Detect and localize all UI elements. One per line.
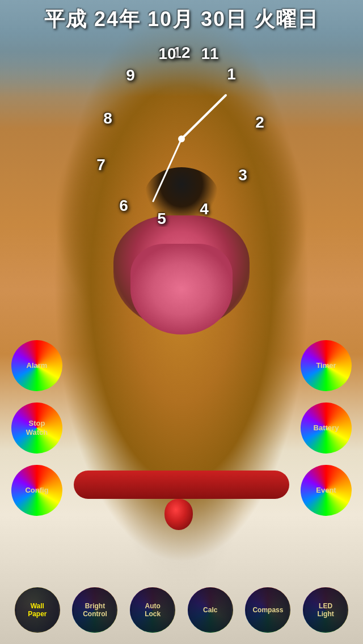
- minute-hand: [153, 139, 182, 201]
- compass-button[interactable]: Compass: [245, 587, 290, 633]
- svg-text:1: 1: [227, 65, 236, 83]
- svg-text:3: 3: [238, 166, 247, 184]
- date-header: 平成 24年 10月 30日 火曜日: [0, 6, 363, 33]
- svg-text:8: 8: [103, 109, 112, 127]
- clock-center: [178, 135, 185, 142]
- svg-text:4: 4: [200, 200, 209, 218]
- dog-tongue: [130, 244, 233, 334]
- hour-hand: [182, 95, 226, 139]
- svg-text:10: 10: [158, 45, 176, 62]
- svg-text:5: 5: [157, 210, 166, 227]
- dog-bell: [164, 499, 193, 530]
- config-button[interactable]: Config: [11, 465, 62, 516]
- led-light-button[interactable]: LEDLight: [303, 587, 348, 633]
- event-button[interactable]: Event: [301, 465, 352, 516]
- bright-control-button[interactable]: BrightControl: [72, 587, 117, 633]
- svg-text:7: 7: [96, 156, 105, 173]
- svg-text:2: 2: [255, 113, 264, 131]
- svg-text:9: 9: [126, 66, 135, 84]
- wallpaper-button[interactable]: WallPaper: [15, 587, 60, 633]
- timer-button[interactable]: Timer: [301, 340, 352, 391]
- clock: 12 1 2 3 4 5 6 7 8 9 10 11 #clock-svg te…: [85, 34, 278, 227]
- calc-button[interactable]: Calc: [188, 587, 233, 633]
- dog-collar: [74, 471, 289, 499]
- svg-text:11: 11: [201, 45, 218, 62]
- svg-text:6: 6: [119, 197, 128, 214]
- auto-lock-button[interactable]: AutoLock: [130, 587, 175, 633]
- bottom-toolbar: WallPaper BrightControl AutoLock Calc Co…: [0, 587, 363, 633]
- alarm-button[interactable]: Alarm: [11, 340, 62, 391]
- stopwatch-button[interactable]: StopWatch: [11, 402, 62, 454]
- battery-button[interactable]: Battery: [301, 402, 352, 454]
